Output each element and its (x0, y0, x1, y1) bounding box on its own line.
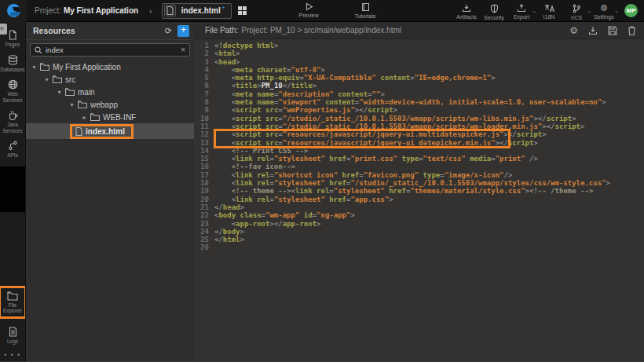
code-line[interactable]: <title>PM_10</title> (214, 82, 644, 90)
caret-right-icon[interactable]: ▸ (81, 114, 88, 121)
code-line[interactable]: <link rel="stylesheet" href="print.css" … (214, 155, 644, 163)
tab-grid-icon[interactable] (238, 6, 247, 15)
artifacts-button[interactable]: Artifacts (456, 2, 477, 20)
resources-panel: Resources ⟳ + × ▾ My First Application ▾… (25, 22, 194, 361)
refresh-icon[interactable]: ⟳ (165, 26, 172, 36)
tree-item-webapp[interactable]: ▾ webapp (26, 98, 194, 111)
code-line[interactable]: <html> (214, 49, 644, 57)
export-button[interactable]: Export ⌄ (511, 2, 532, 20)
search-input[interactable] (46, 46, 181, 54)
i18n-button[interactable]: I18N (539, 2, 559, 20)
topbar-right-cluster: Artifacts Security Export ⌄ I18N VCS ⌄ ⚙… (456, 2, 644, 20)
code-line[interactable]: </html> (214, 236, 644, 243)
breadcrumb-chevron-icon: › (149, 6, 152, 16)
code-editor: « File Path: Project: PM_10 > src/main/w… (194, 22, 644, 361)
code-line[interactable]: <meta http-equiv="X-UA-Compatible" conte… (214, 74, 644, 82)
code-lines[interactable]: <!doctype html><html><head> <meta charse… (214, 42, 644, 361)
code-line[interactable]: <script src="resources/javascript/jquery… (214, 139, 644, 147)
top-bar: Project: My First Application › index.ht… (0, 0, 644, 22)
code-line[interactable]: <head> (214, 58, 644, 66)
folder-icon (40, 63, 49, 71)
sidebar-item-file-explorer[interactable]: File Explorer (0, 287, 25, 317)
code-line[interactable] (214, 243, 644, 251)
preview-label: Preview (299, 13, 319, 18)
sidebar-item-databases[interactable]: Databases (0, 51, 25, 76)
folder-icon (53, 75, 62, 83)
code-line[interactable]: <script src="/studio/_static_/10.0.1.550… (214, 122, 644, 130)
file-path-value: Project: PM_10 > src/main/webapp/index.h… (241, 26, 569, 35)
resource-search-box: × (30, 43, 190, 57)
search-icon (35, 46, 42, 54)
logs-label: Logs (7, 338, 18, 345)
code-line[interactable]: <meta charset="utf-8"> (214, 66, 644, 74)
gear-icon: ⚙ (600, 4, 608, 13)
index-html-highlight-box: index.html (70, 124, 134, 139)
tutorials-label: Tutorials (355, 13, 376, 19)
line-number-gutter: 1234567891011121314151617181920212223242… (194, 42, 214, 361)
project-label: Project: (35, 6, 61, 15)
apis-label: APIs (7, 152, 18, 159)
resource-tree: ▾ My First Application ▾ src ▾ main ▾ we… (26, 60, 194, 139)
tab-file-icon (164, 5, 176, 16)
sidebar-item-logs[interactable]: Logs (0, 323, 25, 348)
code-line[interactable]: </head> (214, 203, 644, 211)
preview-button[interactable]: Preview (291, 2, 327, 18)
databases-label: Databases (0, 67, 24, 73)
clear-search-icon[interactable]: × (181, 46, 185, 54)
code-line[interactable]: <script src="wmProperties.js"></script> (214, 106, 644, 114)
add-resource-button[interactable]: + (177, 25, 189, 37)
code-line[interactable]: <!doctype html> (214, 42, 644, 49)
java-services-label: Java Services (1, 122, 24, 133)
folder-icon (78, 101, 87, 108)
wavemaker-logo-icon (7, 4, 20, 17)
tutorials-button[interactable]: Tutorials (347, 2, 383, 19)
folder-icon (90, 113, 100, 121)
vcs-button[interactable]: VCS ⌄ (566, 2, 587, 20)
file-icon (75, 127, 82, 136)
caret-down-icon[interactable]: ▾ (56, 89, 63, 96)
app-logo[interactable] (0, 0, 27, 22)
caret-down-icon[interactable]: ▾ (43, 76, 50, 83)
code-line[interactable]: <!-- theme --><link rel="stylesheet" hre… (214, 187, 644, 195)
editor-settings-gear-icon[interactable]: ⚙ (569, 26, 578, 35)
sidebar-item-java-services[interactable]: Java Services (0, 106, 25, 137)
code-line[interactable]: <!-- Print CSS --> (214, 147, 644, 155)
tree-item-src[interactable]: ▾ src (26, 73, 194, 86)
folder-icon (65, 88, 75, 96)
file-explorer-label: File Explorer (1, 302, 24, 314)
rail-empty-section (0, 166, 25, 212)
code-line[interactable]: <link rel="stylesheet" href="app.css"> (214, 196, 644, 203)
left-icon-rail: Pages Databases Web Services Java Servic… (0, 22, 25, 361)
tree-item-main[interactable]: ▾ main (26, 86, 194, 98)
tree-item-web-inf[interactable]: ▸ WEB-INF (26, 111, 194, 123)
user-avatar[interactable]: MP (624, 4, 638, 17)
code-line[interactable]: <meta name="description" content=""> (214, 90, 644, 98)
code-line[interactable]: <script src="/studio/_static_/10.0.1.550… (214, 115, 644, 122)
caret-down-icon[interactable]: ▾ (68, 101, 75, 108)
code-line[interactable]: <body class="wm-app" id="ng-app"> (214, 211, 644, 219)
collapse-panel-button[interactable]: « (0, 24, 7, 35)
tab-index-html[interactable]: index.html * (162, 3, 232, 19)
resources-title: Resources (33, 26, 165, 35)
tree-item-project[interactable]: ▾ My First Application (26, 60, 194, 73)
code-line[interactable]: <link rel="stylesheet" href="/studio/_st… (214, 179, 644, 187)
code-line[interactable]: <meta name="viewport" content="width=dev… (214, 98, 644, 106)
delete-trash-icon[interactable] (628, 26, 636, 35)
tree-item-index-html[interactable]: index.html (26, 123, 194, 139)
tab-label: index.html (181, 6, 221, 15)
code-line[interactable]: <script src="resources/javascript/jquery… (214, 130, 644, 138)
sidebar-item-apis[interactable]: APIs (0, 137, 25, 162)
code-line[interactable]: <!--fav icon--> (214, 163, 644, 170)
code-area[interactable]: 1234567891011121314151617181920212223242… (194, 39, 644, 361)
settings-button[interactable]: ⚙ Settings ⌄ (594, 2, 614, 20)
save-icon[interactable] (608, 26, 617, 35)
caret-down-icon[interactable]: ▾ (31, 64, 38, 71)
settings-chevron-icon: ⌄ (614, 8, 619, 14)
download-file-icon[interactable] (588, 26, 598, 35)
code-line[interactable]: <app-root></app-root> (214, 220, 644, 228)
security-button[interactable]: Security (484, 2, 504, 20)
sidebar-item-web-services[interactable]: Web Services (0, 75, 25, 106)
code-line[interactable]: <link rel="shortcut icon" href="favicon.… (214, 171, 644, 179)
rail-overflow-dots[interactable]: ● ● ● (4, 347, 21, 361)
code-line[interactable]: </body> (214, 228, 644, 236)
